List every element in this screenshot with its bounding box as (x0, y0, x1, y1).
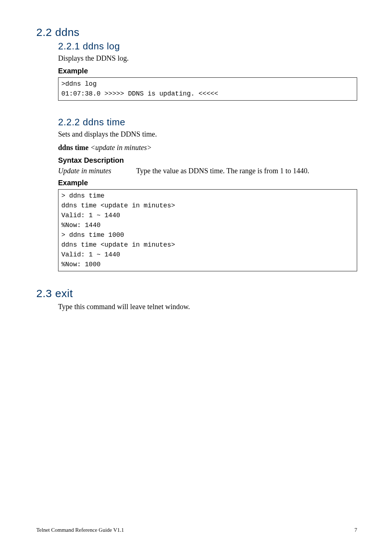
syntax-param-desc: Type the value as DDNS time. The range i… (136, 167, 309, 175)
syntax-description-row: Update in minutes Type the value as DDNS… (58, 167, 357, 175)
footer-title: Telnet Command Reference Guide V1.1 (36, 527, 124, 533)
ddns-time-example-code: > ddns time ddns time <update in minutes… (58, 189, 357, 271)
example-label: Example (58, 67, 357, 75)
ddns-log-example-code: >ddns log 01:07:38.0 >>>>> DDNS is updat… (58, 77, 357, 101)
syntax-command: ddns time (58, 143, 90, 151)
page-footer: Telnet Command Reference Guide V1.1 7 (36, 527, 357, 533)
syntax-description-label: Syntax Description (58, 156, 357, 165)
section-2-3-body: Type this command will leave telnet wind… (58, 302, 357, 312)
page: 2.2 ddns 2.2.1 ddns log Displays the DDN… (0, 0, 392, 555)
ddns-time-syntax-usage: ddns time <update in minutes> (58, 143, 357, 153)
exit-desc: Type this command will leave telnet wind… (58, 302, 357, 312)
section-2-2-body: 2.2.1 ddns log Displays the DDNS log. Ex… (58, 41, 357, 271)
heading-2-2-2-ddns-time: 2.2.2 ddns time (58, 117, 357, 128)
ddns-time-desc: Sets and displays the DDNS time. (58, 129, 357, 139)
heading-2-2-ddns: 2.2 ddns (36, 26, 357, 39)
syntax-param-name: Update in minutes (58, 167, 134, 175)
ddns-log-desc: Displays the DDNS log. (58, 53, 357, 63)
heading-2-2-1-ddns-log: 2.2.1 ddns log (58, 41, 357, 52)
syntax-arg: <update in minutes> (90, 143, 152, 151)
example-label: Example (58, 179, 357, 187)
footer-page-number: 7 (355, 527, 358, 533)
heading-2-3-exit: 2.3 exit (36, 287, 357, 300)
